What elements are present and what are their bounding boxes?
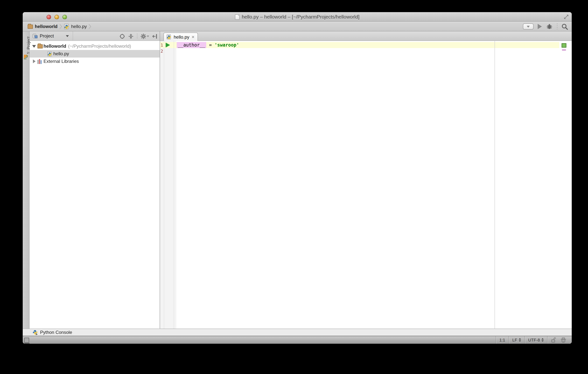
document-proxy-icon[interactable]	[235, 14, 240, 20]
stripe-highlight-mark[interactable]	[562, 49, 566, 51]
gear-icon[interactable]	[141, 33, 146, 39]
tree-row-file[interactable]: hello.py	[30, 50, 160, 58]
navigation-bar: helloworld hello.py	[23, 21, 572, 32]
pycharm-window: hello.py – helloworld – [~/PycharmProjec…	[23, 12, 572, 344]
tree-libraries-label: External Libraries	[43, 59, 79, 64]
editor-area: hello.py × 1 2 __author__ = 'swaroop'	[160, 32, 572, 329]
window-title: hello.py – helloworld – [~/PycharmProjec…	[242, 14, 359, 20]
title-bar[interactable]: hello.py – helloworld – [~/PycharmProjec…	[23, 12, 572, 21]
project-toolwindow-tab[interactable]: 1: Project	[23, 34, 30, 57]
code-assign: =	[206, 43, 215, 48]
line-ending-widget[interactable]: LF	[509, 336, 525, 344]
python-console-icon	[32, 330, 38, 335]
toolbar-separator	[137, 33, 137, 39]
expanded-arrow-icon[interactable]	[32, 45, 37, 47]
project-panel-header: Project	[30, 32, 160, 41]
folder-icon	[37, 44, 43, 48]
tab-hello-py[interactable]: hello.py ×	[163, 32, 198, 41]
breadcrumb: helloworld hello.py	[28, 24, 91, 29]
spinner-arrows	[519, 338, 521, 342]
status-bar: 1:1 LF UTF-8	[23, 336, 572, 344]
breadcrumb-project[interactable]: helloworld	[35, 24, 58, 29]
tree-row-root[interactable]: helloworld (~/PycharmProjects/helloworld…	[30, 43, 160, 50]
run-configuration-dropdown[interactable]	[523, 23, 534, 30]
hector-inspector-icon[interactable]	[560, 337, 567, 343]
breadcrumb-file[interactable]: hello.py	[71, 24, 87, 29]
tree-file-label: hello.py	[53, 51, 69, 56]
tree-root-label: helloworld	[43, 43, 66, 49]
code-variable: __author__	[177, 42, 206, 48]
tool-window-strip: 1: Project	[23, 32, 30, 329]
toolwindow-bottom-bar: Python Console	[23, 329, 572, 336]
right-margin-guide	[494, 41, 495, 329]
fullscreen-arrows-icon[interactable]	[564, 14, 569, 19]
editor-tab-bar: hello.py ×	[160, 32, 572, 41]
libraries-icon	[37, 59, 43, 64]
line-number: 2	[160, 49, 163, 54]
close-tab-icon[interactable]: ×	[192, 34, 194, 39]
project-panel: Project	[30, 32, 160, 329]
line-number: 1	[160, 43, 163, 48]
encoding-widget[interactable]: UTF-8	[525, 336, 547, 344]
chevron-right-icon	[89, 24, 91, 29]
folder-icon	[28, 24, 33, 29]
code-string: 'swaroop'	[215, 43, 239, 48]
python-console-button[interactable]: Python Console	[40, 330, 72, 335]
caret-position-widget[interactable]: 1:1	[496, 336, 509, 344]
pycharm-logo-icon	[23, 54, 29, 60]
python-file-icon	[47, 51, 52, 56]
code-line-1: __author__ = 'swaroop'	[177, 42, 239, 48]
python-file-icon	[167, 34, 171, 39]
toolbar-separator	[557, 23, 557, 30]
chevron-down-icon	[147, 35, 149, 37]
collapsed-arrow-icon[interactable]	[32, 59, 37, 63]
chevron-right-icon	[59, 24, 62, 29]
run-gutter-arrow-icon[interactable]	[166, 43, 170, 47]
tree-root-path: (~/PycharmProjects/helloworld)	[68, 43, 131, 49]
error-stripe[interactable]	[559, 41, 572, 329]
project-view-selector[interactable]: Project	[30, 31, 73, 41]
python-file-icon	[64, 24, 69, 29]
search-icon[interactable]	[562, 23, 568, 30]
desktop-background: hello.py – helloworld – [~/PycharmProjec…	[0, 0, 588, 374]
spinner-arrows	[541, 338, 544, 342]
project-tree: helloworld (~/PycharmProjects/helloworld…	[30, 41, 160, 329]
tab-label: hello.py	[174, 34, 189, 40]
unlock-icon[interactable]	[551, 337, 556, 342]
hide-panel-icon[interactable]	[152, 33, 158, 39]
code-editor[interactable]: 1 2 __author__ = 'swaroop'	[160, 41, 572, 329]
inspection-ok-square[interactable]	[562, 43, 567, 48]
project-view-icon	[32, 33, 37, 38]
scroll-to-source-icon[interactable]	[120, 33, 125, 39]
collapse-all-icon[interactable]	[128, 33, 134, 39]
run-icon[interactable]	[538, 24, 542, 29]
tree-row-libraries[interactable]: External Libraries	[30, 58, 160, 65]
debug-icon[interactable]	[546, 23, 553, 30]
toolwindow-toggle-icon[interactable]	[24, 337, 29, 342]
project-panel-title: Project	[40, 33, 54, 39]
chevron-down-icon	[66, 35, 69, 37]
